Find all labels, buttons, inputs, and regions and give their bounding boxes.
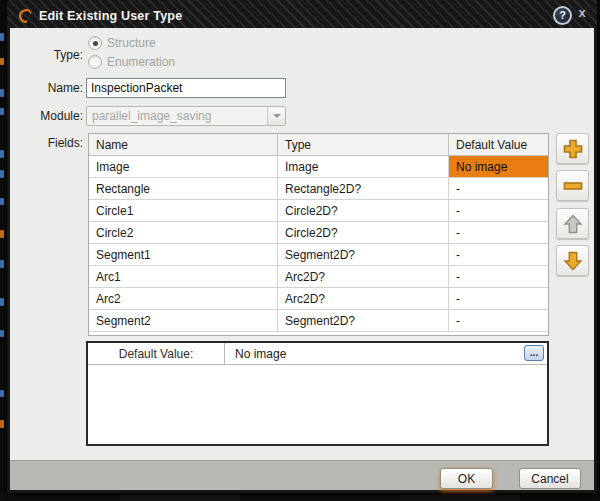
- dialog-body: Type: Structure Enumeration Name: Module…: [10, 28, 594, 460]
- radio-structure[interactable]: Structure: [88, 36, 156, 50]
- help-icon[interactable]: ?: [553, 6, 572, 25]
- name-label: Name:: [13, 81, 83, 95]
- field-name-cell[interactable]: Image: [89, 156, 278, 177]
- default-value-editor-area[interactable]: [88, 365, 547, 444]
- default-value-text: No image: [225, 343, 286, 364]
- table-row[interactable]: Arc2Arc2D?-: [89, 288, 548, 310]
- add-field-button[interactable]: [556, 133, 589, 164]
- table-row[interactable]: Circle2Circle2D?-: [89, 222, 548, 244]
- cancel-button[interactable]: Cancel: [519, 468, 581, 489]
- column-header-type[interactable]: Type: [278, 134, 449, 155]
- field-type-cell[interactable]: Segment2D?: [278, 244, 449, 265]
- field-name-cell[interactable]: Rectangle: [89, 178, 278, 199]
- background-accent: [0, 330, 4, 337]
- table-row[interactable]: Arc1Arc2D?-: [89, 266, 548, 288]
- edit-user-type-dialog: Edit Existing User Type ? x Type: Struct…: [7, 0, 597, 493]
- radio-enumeration[interactable]: Enumeration: [88, 55, 175, 69]
- dialog-footer: OK Cancel: [10, 460, 594, 490]
- app-logo-icon: [15, 7, 33, 25]
- field-type-cell[interactable]: Rectangle2D?: [278, 178, 449, 199]
- fields-table: Name Type Default Value ImageImageNo ima…: [88, 133, 549, 336]
- table-row[interactable]: Circle1Circle2D?-: [89, 200, 548, 222]
- table-row[interactable]: Segment2Segment2D?-: [89, 310, 548, 332]
- close-icon[interactable]: x: [575, 5, 589, 21]
- background-accent: [0, 260, 4, 268]
- field-name-cell[interactable]: Arc1: [89, 266, 278, 287]
- background-accent: [0, 33, 4, 41]
- field-type-cell[interactable]: Segment2D?: [278, 310, 449, 331]
- minus-icon: [562, 175, 584, 197]
- field-default-cell[interactable]: -: [449, 222, 548, 243]
- field-default-cell[interactable]: -: [449, 288, 548, 309]
- background-accent: [0, 198, 4, 205]
- field-type-cell[interactable]: Circle2D?: [278, 222, 449, 243]
- field-default-cell[interactable]: -: [449, 200, 548, 221]
- chevron-down-icon[interactable]: [267, 107, 285, 125]
- remove-field-button[interactable]: [556, 170, 589, 201]
- field-name-cell[interactable]: Segment2: [89, 310, 278, 331]
- move-field-up-button[interactable]: [556, 208, 589, 239]
- background-accent: [0, 170, 4, 178]
- background-accent: [0, 298, 4, 306]
- field-type-cell[interactable]: Image: [278, 156, 449, 177]
- radio-button-icon: [88, 36, 102, 50]
- background-accent: [0, 150, 4, 158]
- name-input[interactable]: [86, 78, 286, 98]
- module-dropdown[interactable]: parallel_image_saving: [86, 106, 286, 126]
- default-value-label: Default Value:: [88, 343, 225, 364]
- radio-enumeration-label: Enumeration: [107, 55, 175, 69]
- radio-structure-label: Structure: [107, 36, 156, 50]
- ok-button[interactable]: OK: [440, 468, 493, 489]
- background-accent: [0, 89, 4, 97]
- field-type-cell[interactable]: Arc2D?: [278, 288, 449, 309]
- field-default-cell[interactable]: -: [449, 310, 548, 331]
- field-name-cell[interactable]: Segment1: [89, 244, 278, 265]
- background-accent: [0, 58, 4, 65]
- field-name-cell[interactable]: Arc2: [89, 288, 278, 309]
- background-accent: [0, 230, 4, 238]
- ellipsis-icon: ...: [530, 347, 538, 358]
- dialog-title: Edit Existing User Type: [39, 9, 182, 23]
- background-accent: [0, 108, 4, 115]
- field-name-cell[interactable]: Circle2: [89, 222, 278, 243]
- background-accent: [0, 420, 4, 428]
- field-default-cell[interactable]: -: [449, 178, 548, 199]
- module-dropdown-value: parallel_image_saving: [87, 107, 268, 125]
- table-row[interactable]: Segment1Segment2D?-: [89, 244, 548, 266]
- browse-button[interactable]: ...: [524, 345, 544, 361]
- table-row[interactable]: RectangleRectangle2D?-: [89, 178, 548, 200]
- background-window-bottom: [0, 493, 600, 501]
- field-name-cell[interactable]: Circle1: [89, 200, 278, 221]
- field-default-cell[interactable]: -: [449, 244, 548, 265]
- type-label: Type:: [13, 48, 83, 62]
- default-value-panel: Default Value: No image ...: [86, 341, 549, 446]
- field-type-cell[interactable]: Circle2D?: [278, 200, 449, 221]
- fields-table-header: Name Type Default Value: [89, 134, 548, 156]
- field-default-cell[interactable]: No image: [449, 156, 548, 177]
- arrow-up-icon: [562, 213, 584, 235]
- plus-icon: [562, 138, 584, 160]
- move-field-down-button[interactable]: [556, 245, 589, 276]
- module-label: Module:: [13, 109, 83, 123]
- table-row[interactable]: ImageImageNo image: [89, 156, 548, 178]
- background-accent: [0, 390, 4, 397]
- column-header-default-value[interactable]: Default Value: [449, 134, 548, 155]
- field-default-cell[interactable]: -: [449, 266, 548, 287]
- field-type-cell[interactable]: Arc2D?: [278, 266, 449, 287]
- titlebar[interactable]: Edit Existing User Type ? x: [7, 0, 597, 28]
- default-value-header: Default Value: No image ...: [88, 343, 547, 365]
- radio-button-icon: [88, 55, 102, 69]
- column-header-name[interactable]: Name: [89, 134, 278, 155]
- fields-label: Fields:: [13, 136, 83, 150]
- fields-table-rows: ImageImageNo imageRectangleRectangle2D?-…: [89, 156, 548, 332]
- arrow-down-icon: [562, 250, 584, 272]
